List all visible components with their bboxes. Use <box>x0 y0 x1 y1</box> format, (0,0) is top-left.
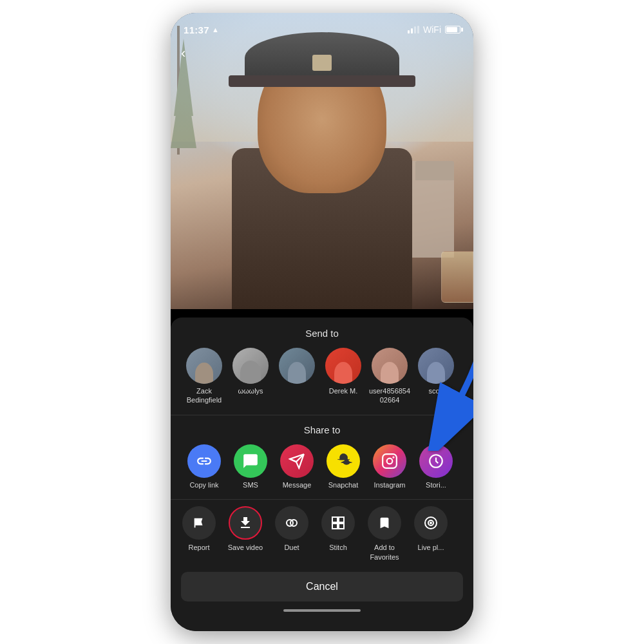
duet-icon <box>275 506 308 540</box>
action-item-save-video[interactable]: Save video <box>222 506 269 562</box>
status-icons: WiFi <box>408 24 460 35</box>
instagram-icon <box>373 444 406 478</box>
contact-avatar <box>418 348 454 384</box>
copy-link-icon <box>187 444 221 478</box>
app-item-snapchat[interactable]: Snapchat <box>320 444 366 489</box>
wifi-icon: WiFi <box>423 24 441 35</box>
phone-frame: 11:37 ▲ WiFi ‹ Send to <box>171 13 473 631</box>
back-button[interactable]: ‹ <box>181 45 185 62</box>
bottom-sheet: Send to ZackBedingfield ωωωlys <box>171 317 473 631</box>
contact-item[interactable]: scott <box>413 348 459 405</box>
snapchat-icon <box>327 444 360 478</box>
svg-point-2 <box>387 459 393 464</box>
battery-icon <box>445 26 460 33</box>
svg-rect-9 <box>332 524 337 529</box>
action-item-report[interactable]: Report <box>176 506 222 562</box>
svg-rect-10 <box>339 524 344 529</box>
app-label: Copy link <box>189 481 218 489</box>
contact-avatar <box>186 348 222 384</box>
app-label: SMS <box>243 481 258 489</box>
contact-name: ZackBedingfield <box>187 386 222 405</box>
contact-avatar <box>279 348 315 384</box>
save-video-icon <box>229 506 262 540</box>
action-label: Add toFavorites <box>370 543 399 562</box>
live-icon <box>414 506 448 540</box>
contact-name: Derek M. <box>329 386 358 395</box>
cancel-button[interactable]: Cancel <box>181 572 463 601</box>
divider-2 <box>171 499 473 500</box>
message-icon <box>280 444 314 478</box>
sms-icon <box>234 444 267 478</box>
app-label: Stori... <box>426 481 446 489</box>
stories-icon <box>419 444 453 478</box>
app-item-stories[interactable]: Stori... <box>413 444 459 489</box>
app-item-instagram[interactable]: Instagram <box>366 444 413 489</box>
action-item-duet[interactable]: Duet <box>269 506 315 562</box>
contact-avatar <box>325 348 361 384</box>
actions-row: Report Save video Duet Sti <box>171 502 473 569</box>
contact-name: scott <box>428 386 443 395</box>
contact-item[interactable]: user485685402664 <box>366 348 413 405</box>
contact-item[interactable] <box>274 348 320 405</box>
app-label: Snapchat <box>328 481 358 489</box>
action-item-stitch[interactable]: Stitch <box>315 506 361 562</box>
svg-rect-8 <box>339 517 344 522</box>
status-time: 11:37 <box>184 24 209 35</box>
action-label: Stitch <box>329 543 347 552</box>
action-item-live[interactable]: Live pl... <box>408 506 454 562</box>
action-label: Duet <box>284 543 299 552</box>
svg-rect-1 <box>383 455 397 469</box>
contact-avatar <box>372 348 408 384</box>
app-item-message[interactable]: Message <box>274 444 320 489</box>
share-to-header: Share to <box>171 418 473 440</box>
action-label: Live pl... <box>418 543 444 552</box>
contact-item[interactable]: ωωωlys <box>227 348 274 405</box>
svg-rect-7 <box>332 517 337 522</box>
action-item-favorites[interactable]: Add toFavorites <box>361 506 408 562</box>
action-label: Report <box>188 543 209 552</box>
signal-icon <box>408 26 419 33</box>
contact-item[interactable]: ZackBedingfield <box>181 348 227 405</box>
send-to-header: Send to <box>171 317 473 345</box>
contact-avatar <box>232 348 269 384</box>
location-icon: ▲ <box>212 26 219 33</box>
svg-point-13 <box>430 522 431 524</box>
contact-name: user485685402664 <box>369 386 410 405</box>
action-label: Save video <box>228 543 263 552</box>
video-area[interactable]: 11:37 ▲ WiFi ‹ <box>171 13 473 309</box>
app-label: Message <box>283 481 312 489</box>
app-item-sms[interactable]: SMS <box>227 444 274 489</box>
svg-point-3 <box>393 457 393 458</box>
status-bar: 11:37 ▲ WiFi <box>171 13 473 41</box>
contacts-row: ZackBedingfield ωωωlys <box>171 345 473 413</box>
contact-name: ωωωlys <box>238 386 263 395</box>
app-item-copylink[interactable]: Copy link <box>181 444 227 489</box>
home-indicator <box>283 609 361 612</box>
apps-row: Copy link SMS Message Snap <box>171 440 473 497</box>
app-label: Instagram <box>374 481 406 489</box>
favorites-icon <box>368 506 401 540</box>
report-icon <box>182 506 216 540</box>
divider <box>171 415 473 415</box>
stitch-icon <box>321 506 355 540</box>
contact-item[interactable]: Derek M. <box>320 348 366 405</box>
